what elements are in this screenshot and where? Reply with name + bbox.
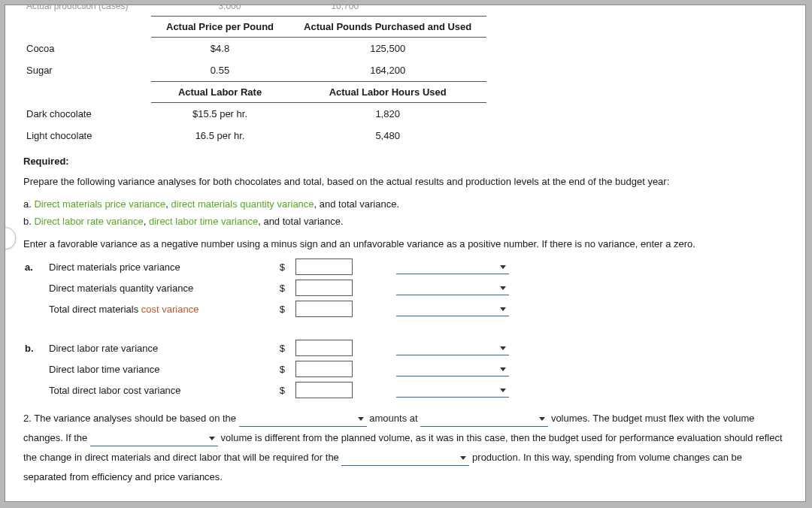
select-dm-total-type[interactable] (396, 301, 509, 316)
row-dl-total: Total direct labor cost variance $ (23, 382, 787, 398)
input-dm-price[interactable] (295, 259, 353, 275)
row-label: Dark chocolate (23, 103, 151, 125)
col-qty: Actual Pounds Purchased and Used (289, 17, 486, 38)
req-line-b: b. Direct labor rate variance, direct la… (23, 214, 787, 229)
row-dl-time: Direct labor time variance $ (23, 361, 787, 377)
link-dm-price[interactable]: Direct materials price variance (34, 198, 165, 210)
select-dl-total-type[interactable] (396, 383, 509, 398)
rate-cell: 16.5 per hr. (151, 125, 289, 147)
instruction-text: Enter a favorable variance as a negative… (23, 237, 787, 252)
question-2: 2. The variance analyses should be based… (23, 409, 783, 487)
qty-cell: 164,200 (289, 59, 486, 82)
link-dl-time[interactable]: direct labor time variance (149, 216, 258, 227)
table-row: Sugar 0.55 164,200 (23, 59, 486, 82)
side-tab-button[interactable] (5, 227, 16, 249)
price-cell: 0.55 (151, 59, 289, 82)
cutoff-header: Actual production (cases) 3,000 10,700 (26, 5, 787, 11)
select-production[interactable] (341, 451, 469, 466)
desc: Direct materials quantity variance (49, 283, 267, 294)
select-amounts[interactable] (239, 412, 367, 427)
dollar-sign: $ (277, 304, 285, 315)
link-dm-qty[interactable]: direct materials quantity variance (171, 198, 314, 210)
table-row: Dark chocolate $15.5 per hr. 1,820 (23, 103, 486, 125)
hrs-cell: 5,480 (289, 125, 486, 147)
row-dm-total: Total direct materials cost variance $ (23, 301, 787, 317)
select-dm-qty-type[interactable] (396, 280, 509, 295)
desc: Total direct materials cost variance (49, 304, 267, 315)
cut-v2: 10,700 (331, 5, 359, 11)
dollar-sign: $ (277, 385, 285, 396)
select-dl-rate-type[interactable] (396, 340, 509, 355)
select-dl-time-type[interactable] (396, 361, 509, 376)
select-volumes[interactable] (420, 412, 548, 427)
link-cost-variance[interactable]: cost variance (141, 304, 199, 315)
hrs-cell: 1,820 (289, 103, 486, 125)
row-label: Sugar (23, 59, 151, 82)
dollar-sign: $ (277, 283, 285, 294)
input-dm-total[interactable] (295, 301, 353, 317)
row-dm-qty: Direct materials quantity variance $ (23, 280, 787, 296)
worksheet-page: Actual production (cases) 3,000 10,700 A… (5, 5, 806, 502)
cut-label: Actual production (cases) (26, 5, 128, 11)
price-cell: $4.8 (151, 38, 289, 60)
dollar-sign: $ (277, 364, 285, 375)
required-heading: Required: (23, 156, 787, 167)
link-dl-rate[interactable]: Direct labor rate variance (34, 216, 143, 227)
table-row: Cocoa $4.8 125,500 (23, 38, 486, 60)
table-row: Light chocolate 16.5 per hr. 5,480 (23, 125, 486, 147)
dollar-sign: $ (277, 343, 285, 354)
cut-v1: 3,000 (218, 5, 241, 11)
col-hours: Actual Labor Hours Used (289, 82, 486, 103)
label-b: b. (23, 343, 38, 354)
input-dm-qty[interactable] (295, 280, 353, 296)
desc: Direct materials price variance (49, 262, 267, 273)
select-volume-diff[interactable] (90, 431, 218, 446)
select-dm-price-type[interactable] (396, 259, 509, 274)
row-label: Cocoa (23, 38, 151, 60)
dollar-sign: $ (277, 262, 285, 273)
prep-text: Prepare the following variance analyses … (23, 174, 787, 189)
row-label: Light chocolate (23, 125, 151, 147)
desc: Direct labor time variance (49, 364, 267, 375)
desc: Total direct labor cost variance (49, 385, 267, 396)
row-dl-rate: b. Direct labor rate variance $ (23, 340, 787, 356)
req-line-a: a. Direct materials price variance, dire… (23, 197, 787, 212)
materials-table: Actual Price per Pound Actual Pounds Pur… (23, 16, 486, 147)
row-dm-price: a. Direct materials price variance $ (23, 259, 787, 275)
input-dl-time[interactable] (295, 361, 353, 377)
rate-cell: $15.5 per hr. (151, 103, 289, 125)
input-dl-total[interactable] (295, 382, 353, 398)
input-dl-rate[interactable] (295, 340, 353, 356)
col-rate: Actual Labor Rate (151, 82, 289, 103)
desc: Direct labor rate variance (49, 343, 267, 354)
qty-cell: 125,500 (289, 38, 486, 60)
col-price: Actual Price per Pound (151, 17, 289, 38)
label-a: a. (23, 262, 38, 273)
